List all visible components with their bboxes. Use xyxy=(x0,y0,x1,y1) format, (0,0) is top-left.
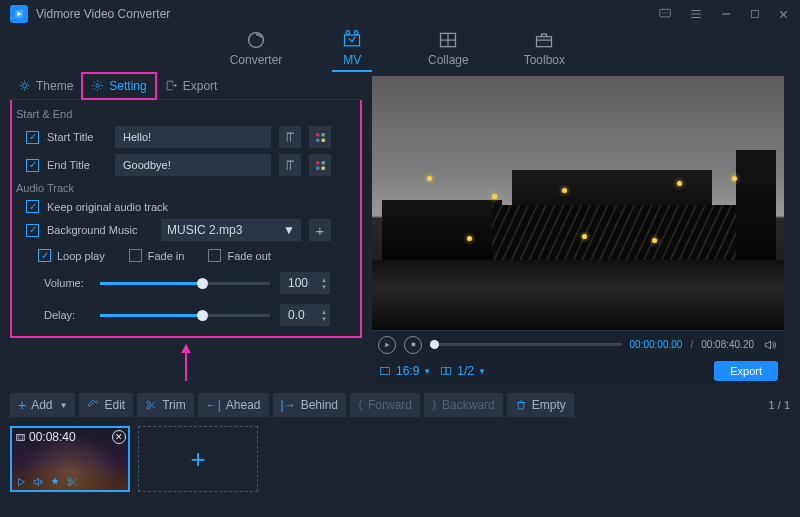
nav-label: Converter xyxy=(230,53,283,67)
svg-point-12 xyxy=(96,84,99,87)
svg-point-1 xyxy=(662,12,663,13)
clip-thumbnail[interactable]: 00:08:40 ✕ xyxy=(10,426,130,492)
collage-icon xyxy=(437,30,459,50)
behind-button[interactable]: |→Behind xyxy=(273,393,347,417)
video-preview xyxy=(372,76,784,330)
bgm-checkbox[interactable] xyxy=(26,224,39,237)
clip-mute-icon[interactable] xyxy=(32,476,44,488)
clip-effect-icon[interactable] xyxy=(49,476,61,488)
volume-slider[interactable] xyxy=(100,282,270,285)
trim-button[interactable]: Trim xyxy=(137,393,194,417)
add-button[interactable]: +Add▼ xyxy=(10,393,75,417)
nav-label: Collage xyxy=(428,53,469,67)
backward-button[interactable]: ⟩Backward xyxy=(424,393,503,417)
menu-icon[interactable] xyxy=(689,7,703,21)
aspect-selector[interactable]: 16:9 ▼ xyxy=(378,364,431,378)
page-selector[interactable]: 1/2 ▼ xyxy=(439,364,486,378)
text-style-button[interactable] xyxy=(279,126,301,148)
fadein-label: Fade in xyxy=(148,250,185,262)
section-audio: Audio Track xyxy=(16,182,350,194)
playback-bar: 00:00:00.00/00:08:40.20 xyxy=(372,330,784,358)
annotation-arrow xyxy=(10,338,362,381)
nav-collage[interactable]: Collage xyxy=(422,30,474,67)
svg-point-8 xyxy=(355,31,359,35)
svg-rect-22 xyxy=(381,368,390,375)
tab-label: Setting xyxy=(109,79,146,93)
maximize-icon[interactable] xyxy=(749,8,761,20)
text-style-button[interactable] xyxy=(279,154,301,176)
play-button[interactable] xyxy=(378,336,396,354)
nav-converter[interactable]: Converter xyxy=(230,30,283,67)
svg-rect-20 xyxy=(321,166,324,169)
tab-setting[interactable]: Setting xyxy=(81,72,156,100)
fadeout-checkbox[interactable] xyxy=(208,249,221,262)
add-clip-slot[interactable]: + xyxy=(138,426,258,492)
tab-theme[interactable]: Theme xyxy=(10,72,81,100)
section-start-end: Start & End xyxy=(16,108,350,120)
stop-button[interactable] xyxy=(404,336,422,354)
svg-point-3 xyxy=(667,12,668,13)
clip-remove-button[interactable]: ✕ xyxy=(112,430,126,444)
preview-toolbar: 16:9 ▼ 1/2 ▼ Export xyxy=(372,358,784,384)
toolbox-icon xyxy=(533,30,555,50)
edit-button[interactable]: Edit xyxy=(79,393,133,417)
clip-strip: 00:08:40 ✕ + xyxy=(0,420,800,494)
minimize-icon[interactable] xyxy=(719,7,733,21)
window-controls xyxy=(657,7,790,21)
app-logo-icon xyxy=(10,5,28,23)
keep-original-checkbox[interactable] xyxy=(26,200,39,213)
end-title-input[interactable] xyxy=(115,154,271,176)
progress-bar[interactable] xyxy=(430,343,622,346)
svg-rect-23 xyxy=(442,368,447,375)
start-title-checkbox[interactable] xyxy=(26,131,39,144)
delay-label: Delay: xyxy=(44,309,90,321)
empty-button[interactable]: Empty xyxy=(507,393,574,417)
svg-rect-6 xyxy=(345,35,360,46)
svg-rect-24 xyxy=(446,368,451,375)
clip-toolbar: +Add▼ Edit Trim ←|Ahead |→Behind ⟨Forwar… xyxy=(0,390,800,420)
svg-rect-14 xyxy=(321,133,324,136)
color-grid-button[interactable] xyxy=(309,154,331,176)
bgm-add-button[interactable]: + xyxy=(309,219,331,241)
sub-tabs: Theme Setting Export xyxy=(10,72,362,100)
nav-toolbox[interactable]: Toolbox xyxy=(518,30,570,67)
app-title: Vidmore Video Converter xyxy=(36,7,170,21)
delay-spinner[interactable]: 0.0▲▼ xyxy=(280,304,330,326)
forward-button[interactable]: ⟨Forward xyxy=(350,393,420,417)
caret-down-icon: ▼ xyxy=(283,223,295,237)
ahead-button[interactable]: ←|Ahead xyxy=(198,393,269,417)
volume-icon[interactable] xyxy=(762,338,778,352)
svg-rect-4 xyxy=(752,11,759,18)
tab-label: Export xyxy=(183,79,218,93)
volume-spinner[interactable]: 100▲▼ xyxy=(280,272,330,294)
bgm-value: MUSIC 2.mp3 xyxy=(167,223,242,237)
svg-point-2 xyxy=(664,12,665,13)
settings-panel: Start & End Start Title End Title Audio … xyxy=(10,100,362,338)
svg-rect-13 xyxy=(316,133,319,136)
start-title-input[interactable] xyxy=(115,126,271,148)
tab-label: Theme xyxy=(36,79,73,93)
close-icon[interactable] xyxy=(777,8,790,21)
svg-rect-19 xyxy=(316,166,319,169)
tab-export[interactable]: Export xyxy=(157,72,226,100)
main-nav: Converter MV Collage Toolbox xyxy=(0,28,800,72)
delay-slider[interactable] xyxy=(100,314,270,317)
export-button[interactable]: Export xyxy=(714,361,778,381)
fadeout-label: Fade out xyxy=(227,250,270,262)
loop-label: Loop play xyxy=(57,250,105,262)
color-grid-button[interactable] xyxy=(309,126,331,148)
chat-icon[interactable] xyxy=(657,7,673,21)
clip-play-icon[interactable] xyxy=(15,476,27,488)
bgm-select[interactable]: MUSIC 2.mp3 ▼ xyxy=(161,219,301,241)
nav-mv[interactable]: MV xyxy=(326,30,378,72)
loop-checkbox[interactable] xyxy=(38,249,51,262)
svg-rect-15 xyxy=(316,138,319,141)
svg-point-7 xyxy=(346,31,350,35)
bgm-label: Background Music xyxy=(47,224,153,236)
time-current: 00:00:00.00 xyxy=(630,339,683,350)
volume-label: Volume: xyxy=(44,277,90,289)
clip-trim-icon[interactable] xyxy=(66,476,78,488)
fadein-checkbox[interactable] xyxy=(129,249,142,262)
svg-rect-18 xyxy=(321,161,324,164)
end-title-checkbox[interactable] xyxy=(26,159,39,172)
